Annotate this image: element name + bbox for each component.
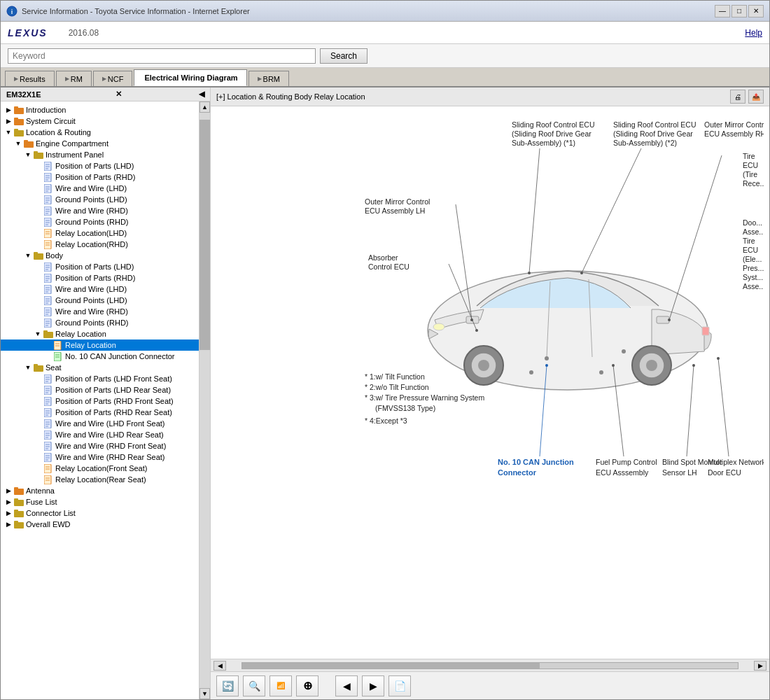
tree-item-wire-rhd[interactable]: Wire and Wire (RHD) <box>1 205 199 216</box>
tree-icon-seat-pos-lhd-rear <box>43 385 54 395</box>
tree-item-body-pos-rhd[interactable]: Position of Parts (RHD) <box>1 272 199 284</box>
tree-icon-seat-wire-lhd-rear <box>43 430 54 440</box>
zoom-in-button[interactable]: ⊕ <box>296 676 318 696</box>
tree-label-introduction: Introduction <box>26 106 66 114</box>
diagram-area[interactable]: Sliding Roof Control ECU (Sliding Roof D… <box>211 106 769 659</box>
tree-item-can-junction[interactable]: No. 10 CAN Junction Connector <box>1 351 199 362</box>
tab-brm[interactable]: BRM <box>248 71 289 86</box>
scroll-down-button[interactable]: ▼ <box>200 688 210 699</box>
export-button[interactable]: 📤 <box>748 90 764 104</box>
tree-toggle-introduction: ▶ <box>4 106 13 113</box>
minimize-button[interactable]: — <box>715 5 730 18</box>
tree-item-seat[interactable]: ▼Seat <box>1 362 199 373</box>
tree-item-pos-lhd[interactable]: Position of Parts (LHD) <box>1 160 199 172</box>
next-button[interactable]: ▶ <box>362 676 384 696</box>
diagram-actions: 🖨 📤 <box>730 90 764 104</box>
tab-bar: Results RM NCF Electrical Wiring Diagram… <box>1 68 769 88</box>
horizontal-scrollbar[interactable]: ◀ ▶ <box>211 659 769 671</box>
svg-rect-136 <box>702 327 709 335</box>
tab-rm[interactable]: RM <box>56 71 92 86</box>
tree-item-connector-list[interactable]: ▶Connector List <box>1 507 199 519</box>
tree-item-location-routing[interactable]: ▼Location & Routing <box>1 127 199 138</box>
refresh-button[interactable]: 🔄 <box>216 676 239 696</box>
scroll-right-button[interactable]: ▶ <box>754 661 766 671</box>
scroll-track[interactable] <box>200 113 210 688</box>
tree-item-body-gnd-lhd[interactable]: Ground Points (LHD) <box>1 295 199 306</box>
tree-item-wire-lhd[interactable]: Wire and Wire (LHD) <box>1 183 199 194</box>
prev-button[interactable]: ◀ <box>335 676 358 696</box>
tree-item-seat-wire-lhd-front[interactable]: Wire and Wire (LHD Front Seat) <box>1 418 199 429</box>
zoom-button[interactable]: 🔍 <box>243 676 265 696</box>
tree-label-gnd-lhd: Ground Points (LHD) <box>55 195 127 204</box>
maximize-button[interactable]: □ <box>732 5 747 18</box>
svg-rect-113 <box>44 475 51 484</box>
tree-icon-fuse-list <box>13 497 24 507</box>
print-button[interactable]: 🖨 <box>730 90 746 104</box>
svg-text:Fuel Pump Control: Fuel Pump Control <box>596 458 657 466</box>
keyword-input[interactable] <box>8 48 316 64</box>
tree-item-seat-pos-rhd-front[interactable]: Position of Parts (RHD Front Seat) <box>1 396 199 407</box>
tree-item-body[interactable]: ▼Body <box>1 250 199 261</box>
search-button[interactable]: Search <box>320 48 368 64</box>
chart-button[interactable]: 📶 <box>270 676 292 696</box>
help-button[interactable]: Help <box>745 28 762 38</box>
tree-label-pos-rhd: Position of Parts (RHD) <box>55 173 135 181</box>
panel-nav-icon[interactable]: ◀ <box>199 90 204 99</box>
tree-label-fuse-list: Fuse List <box>26 498 57 506</box>
tree-toggle-antenna: ▶ <box>4 487 13 494</box>
tree-item-seat-pos-rhd-rear[interactable]: Position of Parts (RHD Rear Seat) <box>1 407 199 418</box>
tree-item-seat-wire-rhd-rear[interactable]: Wire and Wire (RHD Rear Seat) <box>1 451 199 463</box>
tree-item-body-wire-lhd[interactable]: Wire and Wire (LHD) <box>1 284 199 295</box>
tree-item-relay-front[interactable]: Relay Location(Front Seat) <box>1 463 199 474</box>
scroll-track-horizontal[interactable] <box>241 662 738 669</box>
tree-item-body-pos-lhd[interactable]: Position of Parts (LHD) <box>1 261 199 272</box>
scroll-up-button[interactable]: ▲ <box>200 102 210 113</box>
scroll-left-button[interactable]: ◀ <box>214 661 226 671</box>
tree-item-system-circuit[interactable]: ▶System Circuit <box>1 115 199 127</box>
tree-item-introduction[interactable]: ▶Introduction <box>1 104 199 115</box>
tree-item-relay-location-leaf[interactable]: Relay Location <box>1 340 199 351</box>
tree-item-seat-pos-lhd-front[interactable]: Position of Parts (LHD Front Seat) <box>1 373 199 384</box>
tree-item-relay-rhd[interactable]: Relay Location(RHD) <box>1 239 199 250</box>
tree-label-relay-rhd: Relay Location(RHD) <box>55 240 128 248</box>
tree-item-body-gnd-rhd[interactable]: Ground Points (RHD) <box>1 317 199 328</box>
tree-item-instrument-panel[interactable]: ▼Instrument Panel <box>1 149 199 160</box>
tree-item-overall-ewd[interactable]: ▶Overall EWD <box>1 519 199 530</box>
tab-ewd[interactable]: Electrical Wiring Diagram <box>134 69 246 86</box>
version-label: 2016.08 <box>69 28 99 38</box>
svg-text:(Tire: (Tire <box>743 170 757 178</box>
tree-item-body-wire-rhd[interactable]: Wire and Wire (RHD) <box>1 306 199 317</box>
vertical-scrollbar[interactable]: ▲ ▼ <box>199 102 210 699</box>
svg-text:Control ECU: Control ECU <box>368 262 410 271</box>
page-button[interactable]: 📄 <box>388 676 411 696</box>
svg-text:Doo...: Doo... <box>743 218 762 227</box>
svg-text:(Sliding Roof Drive Gear: (Sliding Roof Drive Gear <box>613 130 693 138</box>
tab-ncf[interactable]: NCF <box>93 71 133 86</box>
tree-icon-body-wire-rhd <box>43 307 54 316</box>
tree-item-relay-lhd[interactable]: Relay Location(LHD) <box>1 227 199 239</box>
panel-close-icon[interactable]: ✕ <box>115 90 122 99</box>
tree-item-seat-pos-lhd-rear[interactable]: Position of Parts (LHD Rear Seat) <box>1 384 199 396</box>
svg-rect-69 <box>43 330 48 333</box>
tree-item-seat-wire-rhd-front[interactable]: Wire and Wire (RHD Front Seat) <box>1 440 199 451</box>
tree-item-relay-location[interactable]: ▼Relay Location <box>1 328 199 340</box>
tree-item-fuse-list[interactable]: ▶Fuse List <box>1 496 199 507</box>
tree-item-gnd-rhd[interactable]: Ground Points (RHD) <box>1 216 199 227</box>
close-button[interactable]: ✕ <box>748 5 764 18</box>
car-body <box>428 271 711 390</box>
tree-item-engine-compartment[interactable]: ▼Engine Compartment <box>1 138 199 149</box>
svg-text:Rece...: Rece... <box>743 179 764 188</box>
tree-label-relay-lhd: Relay Location(LHD) <box>55 229 127 237</box>
svg-text:Asse...: Asse... <box>743 282 764 290</box>
svg-rect-28 <box>44 206 51 216</box>
tab-results[interactable]: Results <box>5 71 55 86</box>
tree-item-relay-rear[interactable]: Relay Location(Rear Seat) <box>1 474 199 485</box>
tree-item-seat-wire-lhd-rear[interactable]: Wire and Wire (LHD Rear Seat) <box>1 429 199 440</box>
svg-text:Tire: Tire <box>743 237 755 245</box>
tree-item-pos-rhd[interactable]: Position of Parts (RHD) <box>1 172 199 183</box>
tree-item-gnd-lhd[interactable]: Ground Points (LHD) <box>1 194 199 205</box>
svg-text:Pres...: Pres... <box>743 264 764 272</box>
svg-text:ECU: ECU <box>743 161 758 169</box>
tree-item-antenna[interactable]: ▶Antenna <box>1 485 199 496</box>
svg-text:ECU Asssembly: ECU Asssembly <box>596 468 649 477</box>
